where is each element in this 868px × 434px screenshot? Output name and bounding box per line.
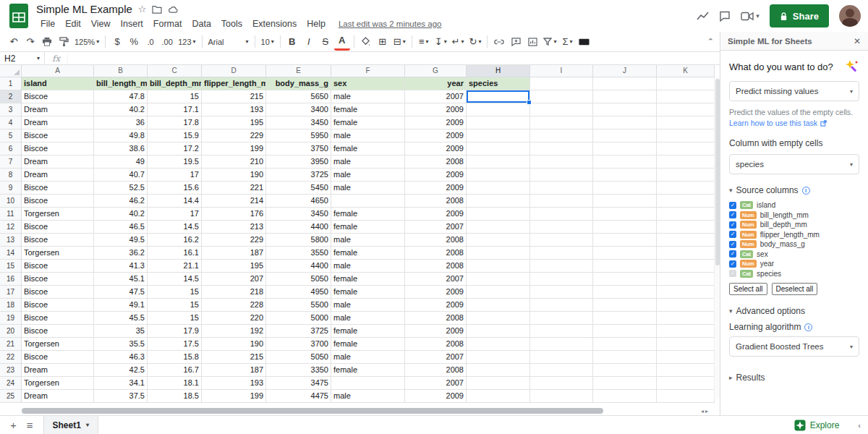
cell-D21[interactable]: 190	[202, 338, 266, 351]
cell-B24[interactable]: 34.1	[94, 377, 148, 390]
insert-chart-icon[interactable]	[524, 33, 540, 51]
cell-C4[interactable]: 17.8	[148, 116, 202, 129]
cell-A11[interactable]: Torgersen	[22, 208, 94, 221]
vertical-scrollbar[interactable]	[714, 77, 720, 399]
cell-G7[interactable]: 2008	[405, 156, 467, 169]
cell-F24[interactable]	[331, 377, 405, 390]
cell-F17[interactable]: female	[331, 286, 405, 299]
document-title[interactable]: Simple ML Example	[36, 3, 132, 15]
cell-A8[interactable]: Dream	[22, 169, 94, 182]
cell-I19[interactable]	[530, 312, 593, 325]
cell-G2[interactable]: 2007	[405, 90, 467, 103]
cell-H3[interactable]	[467, 103, 530, 116]
cell-A1[interactable]: island	[22, 77, 94, 90]
cell-A9[interactable]: Biscoe	[22, 182, 94, 195]
cell-H19[interactable]	[467, 312, 530, 325]
cell-J11[interactable]	[593, 208, 657, 221]
cell-H7[interactable]	[467, 156, 530, 169]
cell-D18[interactable]: 228	[202, 299, 266, 312]
cell-I23[interactable]	[530, 364, 593, 377]
cell-A12[interactable]: Biscoe	[22, 221, 94, 234]
results-section-header[interactable]: ▸ Results	[729, 373, 859, 383]
cell-K6[interactable]	[657, 142, 715, 156]
cell-J19[interactable]	[593, 312, 657, 325]
cell-K4[interactable]	[657, 116, 715, 129]
cell-K13[interactable]	[657, 234, 715, 247]
cell-K1[interactable]	[657, 77, 715, 90]
cell-C3[interactable]: 17.1	[148, 103, 202, 116]
cell-F20[interactable]: female	[331, 325, 405, 338]
cell-J9[interactable]	[593, 182, 657, 195]
cell-E10[interactable]: 4650	[266, 195, 331, 208]
cell-B19[interactable]: 45.5	[94, 312, 148, 325]
empty-column-select[interactable]: species ▾	[729, 154, 859, 174]
activity-dashboard-icon[interactable]	[697, 11, 709, 21]
paint-format-icon[interactable]	[56, 33, 72, 51]
cell-C2[interactable]: 15	[148, 90, 202, 103]
row-header-13[interactable]: 13	[0, 234, 22, 247]
cell-J24[interactable]	[593, 377, 657, 390]
row-header-15[interactable]: 15	[0, 260, 22, 273]
cell-D19[interactable]: 220	[202, 312, 266, 325]
horizontal-scrollbar[interactable]: ◂▸	[0, 407, 720, 415]
cell-B13[interactable]: 49.5	[94, 234, 148, 247]
menu-insert[interactable]: Insert	[116, 18, 148, 30]
meet-icon[interactable]: ▾	[741, 12, 760, 21]
cell-E15[interactable]: 4400	[266, 260, 331, 273]
cell-G5[interactable]: 2009	[405, 129, 467, 142]
cell-C23[interactable]: 16.7	[148, 364, 202, 377]
cell-K10[interactable]	[657, 195, 715, 208]
row-header-12[interactable]: 12	[0, 221, 22, 234]
cell-H16[interactable]	[467, 273, 530, 286]
checkbox-island[interactable]: ✓	[729, 202, 736, 209]
cell-H2[interactable]	[467, 90, 530, 103]
font-size-select[interactable]: 10▾	[259, 33, 276, 51]
menu-data[interactable]: Data	[187, 18, 215, 30]
select-all-button[interactable]: Select all	[729, 283, 767, 295]
cell-E12[interactable]: 4400	[266, 221, 331, 234]
cell-F22[interactable]: male	[331, 351, 405, 364]
menu-extensions[interactable]: Extensions	[248, 18, 301, 30]
cell-I7[interactable]	[530, 156, 593, 169]
cell-D6[interactable]: 199	[202, 142, 266, 156]
row-header-24[interactable]: 24	[0, 377, 22, 390]
cell-D9[interactable]: 221	[202, 182, 266, 195]
cell-C18[interactable]: 15	[148, 299, 202, 312]
increase-decimal-icon[interactable]: .00	[159, 33, 175, 51]
cell-H1[interactable]: species	[467, 77, 530, 90]
cell-I3[interactable]	[530, 103, 593, 116]
cell-G12[interactable]: 2007	[405, 221, 467, 234]
avatar[interactable]	[839, 5, 861, 27]
cell-J23[interactable]	[593, 364, 657, 377]
cell-F5[interactable]: male	[331, 129, 405, 142]
cell-B20[interactable]: 35	[94, 325, 148, 338]
cell-K18[interactable]	[657, 299, 715, 312]
checkbox-sex[interactable]: ✓	[729, 250, 736, 258]
hide-toolbar-icon[interactable]: ⌃	[707, 37, 714, 46]
cell-F25[interactable]: male	[331, 390, 405, 403]
insert-link-icon[interactable]	[491, 33, 507, 51]
comment-history-icon[interactable]	[719, 11, 731, 22]
cell-J21[interactable]	[593, 338, 657, 351]
cell-J15[interactable]	[593, 260, 657, 273]
cell-B1[interactable]: bill_length_mm	[94, 77, 148, 90]
text-color-icon[interactable]: A	[334, 33, 350, 51]
zoom-select[interactable]: 125%▾	[72, 33, 101, 51]
cell-K14[interactable]	[657, 247, 715, 260]
cell-E3[interactable]: 3400	[266, 103, 331, 116]
cell-B16[interactable]: 45.1	[94, 273, 148, 286]
cell-I24[interactable]	[530, 377, 593, 390]
cell-H4[interactable]	[467, 116, 530, 129]
cell-J18[interactable]	[593, 299, 657, 312]
collapse-panel-icon[interactable]: ‹	[858, 421, 861, 430]
cell-E21[interactable]: 3700	[266, 338, 331, 351]
source-columns-section-header[interactable]: ▾ Source columns i	[729, 185, 859, 195]
cell-F1[interactable]: sex	[331, 77, 405, 90]
cell-F2[interactable]: male	[331, 90, 405, 103]
star-icon[interactable]: ☆	[138, 4, 147, 14]
menu-view[interactable]: View	[87, 18, 115, 30]
cell-K23[interactable]	[657, 364, 715, 377]
cell-K24[interactable]	[657, 377, 715, 390]
cell-F7[interactable]: male	[331, 156, 405, 169]
cell-C12[interactable]: 14.5	[148, 221, 202, 234]
